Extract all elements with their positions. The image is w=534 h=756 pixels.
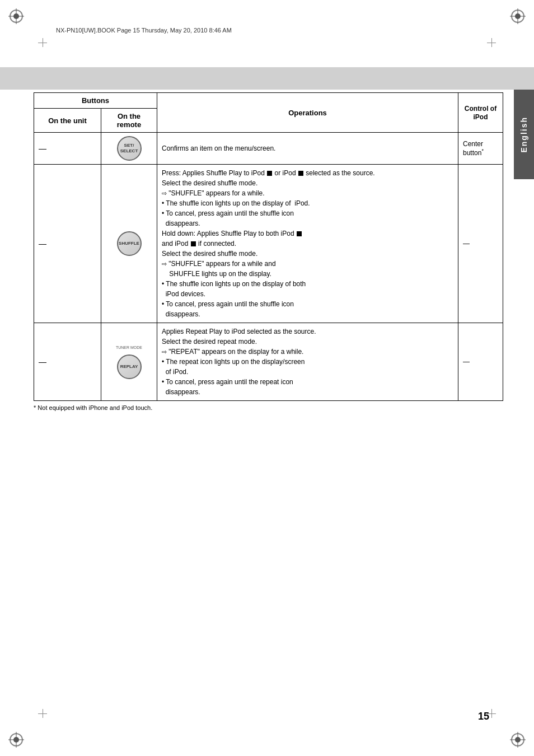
tuner-mode-label: TUNER MODE [116, 346, 142, 349]
main-content: Buttons Operations Control of iPod On th… [34, 92, 503, 411]
corner-decoration-tr [510, 8, 526, 24]
operations-cell-2: Press: Applies Shuffle Play to iPod or i… [157, 165, 458, 323]
set-select-button-icon: SET/SELECT [117, 136, 142, 161]
operations-table: Buttons Operations Control of iPod On th… [34, 92, 503, 401]
gray-band [0, 67, 534, 90]
crosshair-marker-bl [38, 709, 47, 718]
table-row: — TUNER MODE REPLAY Applies Repeat Play … [34, 323, 503, 401]
corner-decoration-bl [8, 732, 24, 748]
header-control: Control of iPod [458, 93, 503, 133]
english-tab: English [514, 90, 534, 179]
corner-decoration-tl [8, 8, 24, 24]
remote-cell-2: SHUFFLE [101, 165, 157, 323]
file-info: NX-PN10[UW].BOOK Page 15 Thursday, May 2… [56, 27, 232, 34]
header-operations: Operations [157, 93, 458, 133]
control-cell-2: — [458, 165, 503, 323]
control-cell-3: — [458, 323, 503, 401]
operations-cell-3: Applies Repeat Play to iPod selected as … [157, 323, 458, 401]
shuffle-button-icon: SHUFFLE [117, 231, 142, 256]
crosshair-marker-tl [38, 38, 47, 47]
english-tab-label: English [519, 116, 528, 153]
control-cell-1: Center button* [458, 133, 503, 165]
unit-cell-2: — [34, 165, 101, 323]
remote-cell-3: TUNER MODE REPLAY [101, 323, 157, 401]
unit-cell-3: — [34, 323, 101, 401]
header-remote: On the remote [101, 109, 157, 133]
header-unit: On the unit [34, 109, 101, 133]
footnote: * Not equipped with iPhone and iPod touc… [34, 404, 503, 411]
operations-cell-1: Confirms an item on the menu/screen. [157, 133, 458, 165]
corner-decoration-br [510, 732, 526, 748]
table-row: — SET/SELECT Confirms an item on the men… [34, 133, 503, 165]
remote-cell-1: SET/SELECT [101, 133, 157, 165]
table-row: — SHUFFLE Press: Applies Shuffle Play to… [34, 165, 503, 323]
crosshair-marker-tr [487, 38, 496, 47]
page-number: 15 [478, 711, 489, 722]
replay-button-icon: REPLAY [117, 354, 142, 379]
unit-cell-1: — [34, 133, 101, 165]
header-buttons: Buttons [34, 93, 157, 109]
